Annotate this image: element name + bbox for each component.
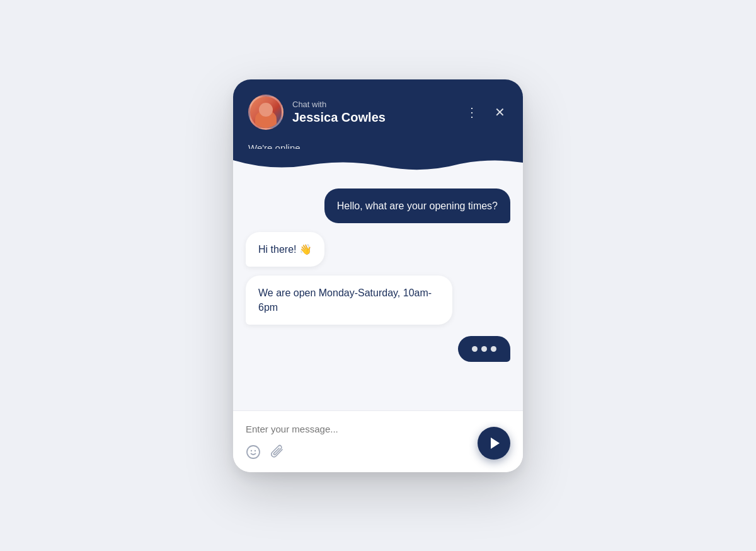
chat-input-area xyxy=(233,410,523,472)
send-button[interactable] xyxy=(478,427,510,460)
header-actions: ⋮ ✕ xyxy=(463,103,508,121)
header-wave xyxy=(233,149,523,171)
svg-point-0 xyxy=(247,446,260,458)
chat-widget: Chat with Jessica Cowles ⋮ ✕ We're onlin… xyxy=(233,79,523,472)
message-bubble-incoming-2: We are open Monday-Saturday, 10am-6pm xyxy=(246,276,452,325)
typing-indicator xyxy=(246,336,510,362)
message-bubble-outgoing-1: Hello, what are your opening times? xyxy=(324,188,510,223)
message-row: Hi there! 👋 xyxy=(246,232,510,267)
attach-button[interactable] xyxy=(271,444,285,460)
agent-name: Jessica Cowles xyxy=(292,110,386,125)
chat-header-top: Chat with Jessica Cowles ⋮ ✕ xyxy=(248,95,508,130)
send-icon xyxy=(491,438,500,449)
typing-bubble xyxy=(458,336,510,362)
typing-dot-2 xyxy=(481,346,487,352)
typing-dot-1 xyxy=(472,346,478,352)
close-button[interactable]: ✕ xyxy=(492,103,508,121)
chat-header: Chat with Jessica Cowles ⋮ ✕ We're onlin… xyxy=(233,79,523,171)
avatar xyxy=(248,95,284,130)
typing-dot-3 xyxy=(491,346,496,352)
chat-body: Hello, what are your opening times? Hi t… xyxy=(233,171,523,410)
message-bubble-incoming-1: Hi there! 👋 xyxy=(246,232,324,267)
input-actions xyxy=(246,444,510,460)
more-options-button[interactable]: ⋮ xyxy=(463,103,481,121)
svg-point-1 xyxy=(251,450,252,451)
input-icons xyxy=(246,444,285,460)
header-left: Chat with Jessica Cowles xyxy=(248,95,386,130)
message-input[interactable] xyxy=(246,421,510,442)
message-row: Hello, what are your opening times? xyxy=(246,188,510,223)
chat-with-label: Chat with xyxy=(292,100,386,109)
header-info: Chat with Jessica Cowles xyxy=(292,100,386,125)
svg-point-2 xyxy=(255,450,256,451)
emoji-button[interactable] xyxy=(246,444,261,460)
message-row: We are open Monday-Saturday, 10am-6pm xyxy=(246,276,510,325)
